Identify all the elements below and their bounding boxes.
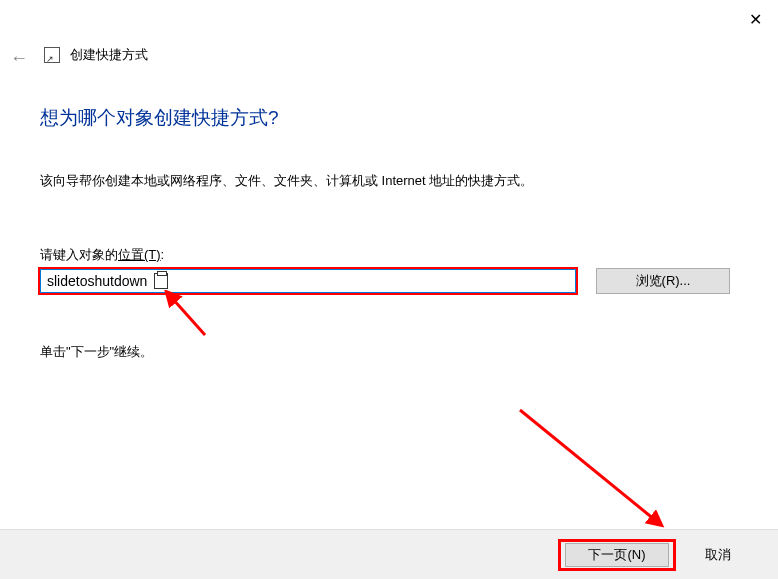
continue-instruction: 单击"下一步"继续。 <box>40 343 153 361</box>
shortcut-icon <box>44 47 60 63</box>
close-icon[interactable]: ✕ <box>749 10 762 29</box>
location-input[interactable] <box>40 269 576 293</box>
location-input-highlight <box>38 267 578 295</box>
dialog-footer: 下一页(N) 取消 <box>0 529 778 579</box>
svg-line-3 <box>520 410 655 520</box>
back-arrow-icon[interactable]: ← <box>10 48 28 69</box>
page-heading: 想为哪个对象创建快捷方式? <box>40 105 279 131</box>
location-input-label: 请键入对象的位置(T): <box>40 246 164 264</box>
next-button[interactable]: 下一页(N) <box>565 543 669 567</box>
title-bar: 创建快捷方式 <box>44 46 148 64</box>
cancel-button[interactable]: 取消 <box>688 543 748 567</box>
annotation-arrow-next <box>510 400 690 540</box>
wizard-description: 该向导帮你创建本地或网络程序、文件、文件夹、计算机或 Internet 地址的快… <box>40 172 533 190</box>
svg-line-1 <box>172 298 205 335</box>
dialog-title: 创建快捷方式 <box>70 46 148 64</box>
next-button-highlight: 下一页(N) <box>558 539 676 571</box>
annotation-arrow-input <box>160 290 220 350</box>
browse-button[interactable]: 浏览(R)... <box>596 268 730 294</box>
